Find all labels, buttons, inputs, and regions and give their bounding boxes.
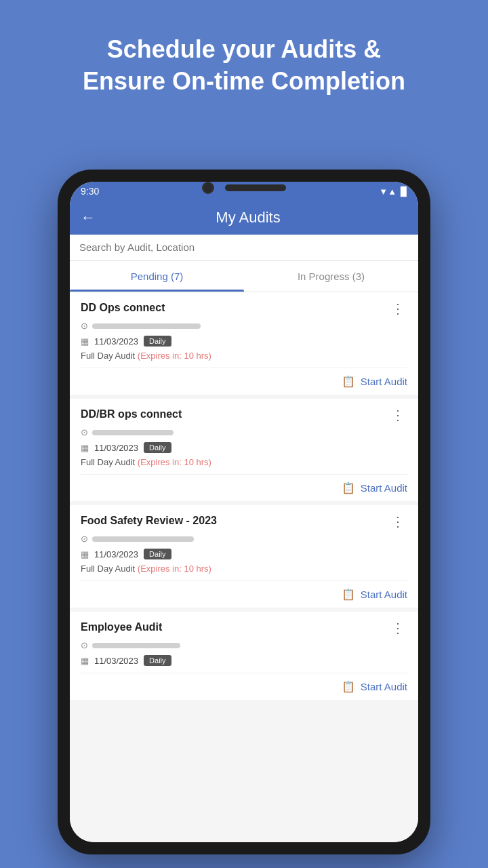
- audit-expiry: Full Day Audit (Expires in: 10 hrs): [81, 457, 407, 467]
- audit-name: Food Safety Review - 2023: [81, 515, 217, 527]
- camera: [202, 182, 214, 194]
- headline-line2: Ensure On-time Completion: [83, 67, 405, 95]
- location-bar: [92, 536, 194, 542]
- audit-card-header: Food Safety Review - 2023 ⋮: [81, 515, 407, 528]
- start-audit-label: Start Audit: [361, 376, 407, 387]
- start-audit-icon: 📋: [342, 588, 355, 601]
- location-icon: ⊙: [81, 321, 88, 331]
- audit-date: 11/03/2023: [94, 336, 138, 347]
- audit-expiry: Full Day Audit (Expires in: 10 hrs): [81, 564, 407, 574]
- expires-text: (Expires in: 10 hrs): [138, 351, 211, 361]
- calendar-icon: ▦: [81, 443, 89, 453]
- location-icon: ⊙: [81, 534, 88, 544]
- start-audit-button[interactable]: 📋 Start Audit: [81, 474, 407, 501]
- start-audit-icon: 📋: [342, 375, 355, 388]
- audit-card-header: DD/BR ops connect ⋮: [81, 408, 407, 422]
- audit-location: ⊙: [81, 427, 407, 437]
- expires-text: (Expires in: 10 hrs): [138, 564, 211, 574]
- location-bar: [92, 430, 174, 435]
- frequency-badge: Daily: [144, 549, 171, 559]
- more-options-icon[interactable]: ⋮: [388, 621, 407, 635]
- start-audit-label: Start Audit: [361, 589, 407, 600]
- location-icon: ⊙: [81, 427, 88, 437]
- back-button[interactable]: ←: [81, 209, 96, 226]
- more-options-icon[interactable]: ⋮: [388, 302, 407, 315]
- tabs: Pending (7) In Progress (3): [70, 261, 418, 292]
- audit-date: 11/03/2023: [94, 443, 138, 453]
- start-audit-button[interactable]: 📋 Start Audit: [81, 673, 407, 700]
- tab-pending[interactable]: Pending (7): [70, 261, 244, 292]
- start-audit-button[interactable]: 📋 Start Audit: [81, 368, 407, 395]
- search-input[interactable]: [79, 241, 409, 253]
- calendar-icon: ▦: [81, 336, 89, 347]
- more-options-icon[interactable]: ⋮: [388, 515, 407, 528]
- headline-line1: Schedule your Audits &: [107, 35, 382, 63]
- audit-card: DD/BR ops connect ⋮ ⊙ ▦ 11/03/2023 Daily…: [70, 399, 418, 501]
- audit-card-header: Employee Audit ⋮: [81, 621, 407, 635]
- audit-date-row: ▦ 11/03/2023 Daily: [81, 549, 407, 559]
- start-audit-button[interactable]: 📋 Start Audit: [81, 580, 407, 608]
- audit-location: ⊙: [81, 321, 407, 331]
- audit-expiry: Full Day Audit (Expires in: 10 hrs): [81, 351, 407, 361]
- background-headline: Schedule your Audits & Ensure On-time Co…: [0, 0, 488, 118]
- audit-location: ⊙: [81, 640, 407, 650]
- more-options-icon[interactable]: ⋮: [388, 408, 407, 422]
- location-icon: ⊙: [81, 640, 88, 650]
- audit-date-row: ▦ 11/03/2023 Daily: [81, 655, 407, 666]
- audit-location: ⊙: [81, 534, 407, 544]
- wifi-icon: ▼▲: [379, 186, 396, 197]
- signal-icon: ▉: [401, 186, 407, 197]
- audit-name: DD Ops connect: [81, 302, 165, 314]
- audit-name: DD/BR ops connect: [81, 408, 182, 420]
- audit-date: 11/03/2023: [94, 549, 138, 559]
- location-bar: [92, 643, 180, 648]
- start-audit-label: Start Audit: [361, 681, 407, 692]
- start-audit-icon: 📋: [342, 481, 355, 494]
- expires-text: (Expires in: 10 hrs): [138, 457, 211, 467]
- audit-date-row: ▦ 11/03/2023 Daily: [81, 442, 407, 453]
- phone-screen: 9:30 ▼▲ ▉ ← My Audits Pending (7) In Pro…: [70, 182, 418, 842]
- audit-card: Employee Audit ⋮ ⊙ ▦ 11/03/2023 Daily 📋 …: [70, 612, 418, 700]
- speaker: [225, 184, 286, 191]
- app-title: My Audits: [109, 209, 387, 226]
- tab-in-progress[interactable]: In Progress (3): [244, 261, 418, 292]
- audit-date: 11/03/2023: [94, 656, 138, 666]
- calendar-icon: ▦: [81, 656, 89, 666]
- frequency-badge: Daily: [144, 442, 171, 453]
- status-icons: ▼▲ ▉: [379, 186, 407, 197]
- app-bar: ← My Audits: [70, 201, 418, 235]
- audit-date-row: ▦ 11/03/2023 Daily: [81, 336, 407, 347]
- status-time: 9:30: [81, 186, 99, 197]
- calendar-icon: ▦: [81, 549, 89, 559]
- start-audit-icon: 📋: [342, 680, 355, 693]
- audit-card: Food Safety Review - 2023 ⋮ ⊙ ▦ 11/03/20…: [70, 505, 418, 608]
- frequency-badge: Daily: [144, 655, 171, 666]
- search-bar: [70, 235, 418, 261]
- phone-mockup: 9:30 ▼▲ ▉ ← My Audits Pending (7) In Pro…: [58, 170, 430, 854]
- frequency-badge: Daily: [144, 336, 171, 347]
- audit-card: DD Ops connect ⋮ ⊙ ▦ 11/03/2023 Daily Fu…: [70, 292, 418, 395]
- audit-name: Employee Audit: [81, 621, 162, 633]
- audit-card-header: DD Ops connect ⋮: [81, 302, 407, 315]
- audit-list: DD Ops connect ⋮ ⊙ ▦ 11/03/2023 Daily Fu…: [70, 292, 418, 842]
- start-audit-label: Start Audit: [361, 482, 407, 494]
- location-bar: [92, 323, 201, 329]
